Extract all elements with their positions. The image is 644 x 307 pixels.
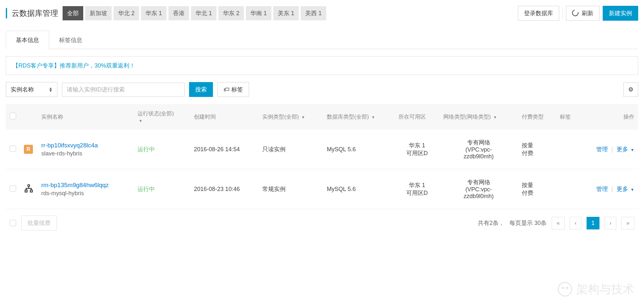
search-button[interactable]: 搜索: [189, 82, 213, 97]
manage-link[interactable]: 管理: [596, 186, 608, 192]
region-tab-uswest1[interactable]: 美西 1: [301, 6, 326, 20]
billing-type: 按量付费: [518, 130, 556, 169]
footer-select-all-checkbox[interactable]: [10, 220, 16, 226]
gear-icon: ⚙: [628, 86, 633, 93]
chevron-down-icon: ▼: [139, 119, 143, 123]
region-tab-north1[interactable]: 华北 1: [191, 6, 216, 20]
status-text: 运行中: [137, 186, 155, 192]
zone: 华东 1可用区D: [395, 130, 439, 169]
region-tab-hk[interactable]: 香港: [168, 6, 189, 20]
region-tab-south1[interactable]: 华南 1: [246, 6, 271, 20]
row-checkbox[interactable]: [10, 185, 16, 192]
more-link[interactable]: 更多 ▼: [617, 146, 634, 153]
row-checkbox[interactable]: [10, 145, 16, 152]
col-created: 创建时间: [190, 104, 258, 130]
col-name: 实例名称: [37, 104, 134, 130]
readonly-badge-icon: R: [24, 145, 33, 154]
db-type: MySQL 5.6: [323, 169, 395, 209]
more-link[interactable]: 更多 ▼: [617, 186, 634, 192]
network-tree-icon: [24, 188, 34, 195]
zone: 华东 1可用区D: [395, 169, 439, 209]
tab-tag-info[interactable]: 标签信息: [49, 31, 92, 49]
tag-filter-button[interactable]: 🏷 标签: [217, 82, 249, 97]
pager-first[interactable]: «: [552, 217, 565, 229]
col-ops: 操作: [580, 104, 638, 130]
refresh-button[interactable]: 刷新: [566, 6, 599, 21]
per-page-select[interactable]: 每页显示 30条: [509, 219, 547, 227]
manage-link[interactable]: 管理: [596, 146, 608, 153]
col-type[interactable]: 实例类型(全部) ▼: [258, 104, 323, 130]
divider: |: [611, 186, 613, 192]
region-tab-north2[interactable]: 华北 2: [114, 6, 139, 20]
tag-cell: [556, 130, 580, 169]
chevron-down-icon: ▼: [629, 187, 634, 192]
region-tab-east2[interactable]: 华东 2: [218, 6, 244, 20]
instance-alias: slave-rds-hybris: [41, 150, 130, 157]
instance-type: 只读实例: [258, 130, 323, 169]
col-billing: 付费类型: [518, 104, 556, 130]
col-dbtype[interactable]: 数据库类型(全部) ▼: [323, 104, 395, 130]
region-tab-singapore[interactable]: 新加坡: [85, 6, 112, 20]
settings-button[interactable]: ⚙: [623, 82, 638, 97]
svg-point-0: [28, 185, 30, 186]
search-input[interactable]: [62, 83, 185, 97]
network-type: 专有网络(VPC:vpc-zzdb9l0mh): [439, 169, 518, 209]
svg-rect-2: [30, 190, 32, 192]
table-header-row: 实例名称 运行状态(全部) ▼ 创建时间 实例类型(全部) ▼ 数据库类型(全部…: [6, 104, 638, 130]
created-time: 2016-08-26 14:54: [190, 130, 258, 169]
instance-id-link[interactable]: rm-bp135m9g84hw6lqqz: [41, 182, 130, 189]
pager-last[interactable]: »: [621, 217, 634, 229]
table-row: rm-bp135m9g84hw6lqqz rds-mysql-hybris 运行…: [6, 169, 638, 209]
col-nettype[interactable]: 网络类型(网络类型) ▼: [439, 104, 518, 130]
chevron-down-icon: ▼: [300, 115, 305, 120]
tag-cell: [556, 169, 580, 209]
pager-page-1[interactable]: 1: [587, 217, 599, 229]
region-tab-east1[interactable]: 华东 1: [141, 6, 166, 20]
region-tab-useast1[interactable]: 美东 1: [273, 6, 299, 20]
updown-icon: ▲▼: [49, 87, 53, 92]
network-type: 专有网络(VPC:vpc-zzdb9l0mh): [439, 130, 518, 169]
region-tabs: 全部 新加坡 华北 2 华东 1 香港 华北 1 华东 2 华南 1 美东 1 …: [63, 6, 515, 20]
tag-icon: 🏷: [224, 86, 229, 93]
svg-rect-1: [25, 190, 27, 192]
create-instance-button[interactable]: 新建实例: [603, 6, 638, 21]
search-field-select[interactable]: 实例名称 ▲▼: [6, 82, 57, 97]
instance-type: 常规实例: [258, 169, 323, 209]
col-tag: 标签: [556, 104, 580, 130]
region-tab-all[interactable]: 全部: [63, 6, 83, 20]
db-type: MySQL 5.6: [323, 130, 395, 169]
promo-banner[interactable]: 【RDS客户专享】推荐新用户，30%双重返利！: [6, 56, 638, 75]
table-row: R rr-bp10ifsxvyq28lc4a slave-rds-hybris …: [6, 130, 638, 169]
instance-alias: rds-mysql-hybris: [41, 190, 130, 197]
created-time: 2016-08-23 10:46: [190, 169, 258, 209]
refresh-icon: [572, 10, 580, 17]
chevron-down-icon: ▼: [492, 115, 497, 120]
billing-type: 按量付费: [518, 169, 556, 209]
select-all-checkbox[interactable]: [10, 113, 16, 119]
chevron-down-icon: ▼: [629, 148, 634, 152]
status-text: 运行中: [137, 146, 155, 153]
pager-next[interactable]: ›: [605, 217, 616, 229]
search-field-label: 实例名称: [11, 86, 34, 93]
login-database-button[interactable]: 登录数据库: [518, 6, 559, 21]
tab-basic-info[interactable]: 基本信息: [6, 31, 49, 49]
page-title: 云数据库管理: [6, 8, 58, 18]
tag-button-label: 标签: [231, 86, 243, 93]
col-zone: 所在可用区: [395, 104, 439, 130]
total-count: 共有2条，: [478, 219, 504, 227]
instance-id-link[interactable]: rr-bp10ifsxvyq28lc4a: [41, 142, 130, 149]
divider: |: [611, 146, 613, 153]
chevron-down-icon: ▼: [370, 115, 375, 120]
separator: [562, 7, 563, 19]
pager-prev[interactable]: ‹: [570, 217, 581, 229]
table-footer: 批量续费 共有2条， 每页显示 30条 « ‹ 1 › »: [6, 209, 638, 237]
col-status[interactable]: 运行状态(全部) ▼: [134, 104, 190, 130]
batch-renew-button[interactable]: 批量续费: [21, 216, 57, 230]
instance-table: 实例名称 运行状态(全部) ▼ 创建时间 实例类型(全部) ▼ 数据库类型(全部…: [6, 104, 638, 209]
refresh-label: 刷新: [582, 9, 593, 17]
